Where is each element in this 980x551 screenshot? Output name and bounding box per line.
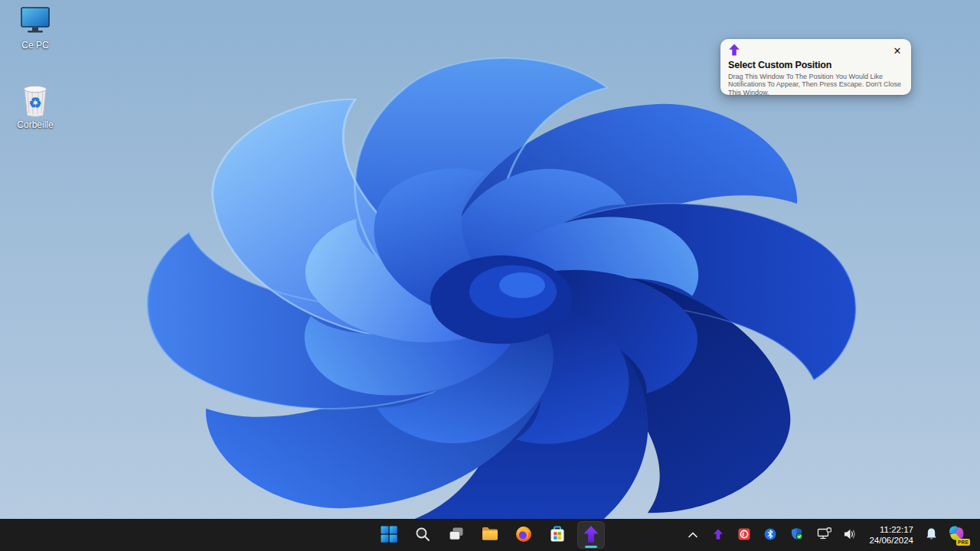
store-icon — [548, 525, 567, 546]
desktop-icon-recycle-bin[interactable]: ♻ Corbeille — [6, 84, 64, 130]
file-explorer-button[interactable] — [476, 521, 504, 549]
copilot-preview-badge: PRE — [956, 539, 970, 546]
security-shield-icon — [790, 527, 803, 543]
tray-notify-app-button[interactable] — [707, 523, 730, 547]
volume-button[interactable] — [838, 523, 863, 547]
bell-icon — [925, 527, 938, 543]
purple-up-arrow-icon — [712, 528, 724, 543]
notification-bell-button[interactable] — [920, 523, 943, 547]
notification-window[interactable]: ✕ Select Custom Position Drag This Windo… — [720, 39, 911, 95]
taskbar: 11:22:17 24/06/2024 — [0, 519, 980, 551]
folder-icon — [481, 525, 499, 546]
chevron-up-icon — [688, 530, 698, 541]
task-view-icon — [448, 526, 465, 545]
red-p-app-icon — [738, 528, 750, 543]
recycle-bin-icon: ♻ — [18, 84, 52, 118]
start-button[interactable] — [375, 521, 403, 549]
network-button[interactable] — [812, 523, 838, 547]
bluetooth-icon — [764, 528, 776, 543]
firefox-icon — [514, 525, 533, 546]
windows-security-button[interactable] — [785, 523, 808, 547]
volume-icon — [843, 528, 858, 543]
close-icon[interactable]: ✕ — [890, 44, 904, 57]
notification-positioner-button[interactable] — [577, 521, 605, 549]
network-icon — [817, 527, 832, 543]
notification-title: Select Custom Position — [728, 60, 831, 70]
clock-time: 11:22:17 — [880, 524, 913, 535]
search-icon — [414, 526, 431, 545]
search-button[interactable] — [409, 521, 436, 549]
clock-date: 24/06/2024 — [869, 535, 913, 546]
taskbar-center-group — [375, 519, 605, 551]
tray-red-p-app-button[interactable] — [733, 523, 756, 547]
taskbar-clock[interactable]: 11:22:17 24/06/2024 — [863, 524, 920, 546]
recycle-symbol: ♻ — [28, 93, 41, 111]
bluetooth-button[interactable] — [759, 523, 782, 547]
purple-up-arrow-icon — [727, 43, 741, 57]
task-view-button[interactable] — [443, 521, 470, 549]
desktop-icon-label: Ce PC — [21, 41, 48, 51]
desktop-icon-label: Corbeille — [17, 120, 53, 130]
this-pc-icon — [18, 5, 52, 38]
system-tray: 11:22:17 24/06/2024 — [682, 519, 980, 551]
desktop-icon-this-pc[interactable]: Ce PC — [6, 5, 64, 51]
copilot-button[interactable]: PRE — [943, 523, 969, 547]
windows-logo-icon — [380, 525, 398, 546]
show-hidden-icons-button[interactable] — [682, 523, 704, 547]
notification-body: Drag This Window To The Position You Wou… — [728, 73, 903, 95]
purple-up-arrow-icon — [581, 524, 601, 546]
microsoft-store-button[interactable] — [544, 521, 571, 549]
firefox-button[interactable] — [510, 521, 537, 549]
